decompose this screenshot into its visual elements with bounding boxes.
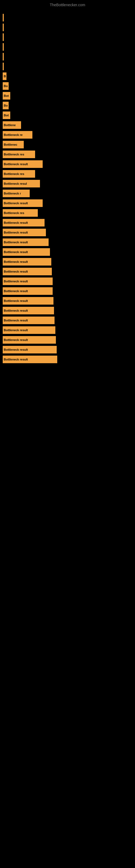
- bar-row: Bottleneck result: [3, 355, 132, 363]
- bar-label: Bottleneck result: [4, 319, 28, 322]
- bar-label: Bottleneck r: [4, 192, 21, 195]
- bar-label: Bottleneck res: [4, 172, 24, 176]
- bar-item: Bottleneck result: [3, 316, 54, 324]
- bar-row: Bottleneck res: [3, 170, 132, 178]
- bar-row: Bottleneck result: [3, 307, 132, 314]
- bar-label: Bottlenec: [4, 143, 17, 146]
- bar-row: Bottleneck result: [3, 258, 132, 266]
- bar-row: B: [3, 72, 132, 80]
- bar-row: Bottleneck res: [3, 151, 132, 158]
- bar-row: [3, 33, 132, 41]
- bar-row: Bottleneck result: [3, 248, 132, 256]
- bar-item: Bot: [3, 92, 10, 99]
- bar-label: Bottleneck result: [4, 202, 28, 205]
- bar-row: Bottleneck result: [3, 278, 132, 285]
- bar-label: Bottleneck resul: [4, 182, 27, 185]
- site-title-text: TheBottlenecker.com: [50, 3, 85, 7]
- bar-item: Bottleneck result: [3, 287, 53, 295]
- bar-item: [3, 63, 4, 70]
- bar-item: Bottleneck result: [3, 268, 52, 275]
- bar-row: Bottleneck res: [3, 209, 132, 217]
- bar-item: Bottlene: [3, 121, 21, 129]
- bar-row: Bottleneck result: [3, 336, 132, 344]
- bar-row: Bottleneck result: [3, 160, 132, 168]
- bar-row: Bottleneck result: [3, 287, 132, 295]
- bar-row: Bottleneck result: [3, 219, 132, 226]
- bar-row: Bottleneck result: [3, 199, 132, 207]
- bar-item: Bottleneck result: [3, 239, 49, 246]
- bar-item: Bottleneck result: [3, 160, 43, 168]
- bar-item: Bottleneck result: [3, 355, 57, 363]
- bar-row: [3, 24, 132, 31]
- bar-label: Bottleneck result: [4, 329, 28, 332]
- bar-item: Bottleneck result: [3, 229, 46, 236]
- bar-label: Bottleneck result: [4, 162, 28, 166]
- bar-row: Bottleneck resul: [3, 180, 132, 187]
- bar-label: Bottleneck result: [4, 280, 28, 283]
- site-title: TheBottlenecker.com: [0, 0, 135, 8]
- bar-item: Bottleneck result: [3, 219, 45, 226]
- bar-label: Bottleneck re: [4, 133, 23, 136]
- bar-item: Bottleneck result: [3, 199, 43, 207]
- bar-label: Bottleneck result: [4, 221, 28, 224]
- bar-item: Bottleneck result: [3, 307, 54, 314]
- bar-row: Bottleneck result: [3, 297, 132, 305]
- bar-row: Bot: [3, 112, 132, 119]
- bar-label: Bottleneck res: [4, 153, 24, 156]
- bar-row: [3, 53, 132, 61]
- bar-row: Bo: [3, 82, 132, 90]
- bar-row: Bottleneck result: [3, 346, 132, 353]
- bar-label: Bottleneck result: [4, 338, 28, 341]
- bar-label: B: [4, 74, 6, 78]
- bar-item: Bottleneck result: [3, 258, 51, 266]
- bar-label: Bottleneck result: [4, 358, 28, 361]
- bar-label: Bo: [4, 84, 8, 88]
- bar-label: Bottleneck result: [4, 241, 28, 244]
- bar-label: Bottleneck result: [4, 231, 28, 234]
- bar-item: Bottleneck re: [3, 131, 32, 138]
- bar-label: Bottleneck result: [4, 289, 28, 293]
- bar-item: Bottlenec: [3, 141, 24, 148]
- bar-item: [3, 14, 4, 22]
- bar-row: Bottleneck result: [3, 326, 132, 334]
- bar-item: Bot: [3, 112, 10, 119]
- bar-item: Bottleneck r: [3, 190, 30, 197]
- bar-label: Bottleneck result: [4, 270, 28, 273]
- bar-label: Bo: [4, 104, 8, 107]
- bar-item: Bottleneck res: [3, 151, 35, 158]
- bar-item: Bottleneck resul: [3, 180, 40, 187]
- bar-item: Bottleneck result: [3, 278, 53, 285]
- bar-label: Bottleneck result: [4, 309, 28, 312]
- bar-item: [3, 24, 4, 31]
- bar-label: Bottleneck result: [4, 299, 28, 303]
- bar-item: Bottleneck result: [3, 248, 50, 256]
- bar-row: Bottleneck re: [3, 131, 132, 138]
- bar-label: Bot: [4, 114, 9, 117]
- bar-label: Bottlene: [4, 123, 16, 127]
- bar-item: [3, 43, 4, 51]
- bar-row: [3, 63, 132, 70]
- bar-row: Bottleneck result: [3, 229, 132, 236]
- bar-row: Bottlenec: [3, 141, 132, 148]
- bar-label: Bottleneck res: [4, 211, 24, 215]
- bar-row: [3, 43, 132, 51]
- bar-row: Bottleneck result: [3, 268, 132, 275]
- bar-row: Bottlene: [3, 121, 132, 129]
- bar-row: [3, 14, 132, 22]
- bar-item: Bottleneck result: [3, 297, 53, 305]
- bars-container: BBoBotBoBotBottleneBottleneck reBottlene…: [0, 8, 135, 371]
- bar-row: Bottleneck result: [3, 316, 132, 324]
- bar-row: Bottleneck result: [3, 239, 132, 246]
- bar-item: Bottleneck result: [3, 336, 56, 344]
- bar-label: Bottleneck result: [4, 250, 28, 254]
- bar-label: Bot: [4, 94, 9, 97]
- bar-row: Bottleneck r: [3, 190, 132, 197]
- bar-item: Bottleneck res: [3, 170, 35, 178]
- bar-label: Bottleneck result: [4, 348, 28, 351]
- bar-item: Bo: [3, 82, 9, 90]
- bar-row: Bot: [3, 92, 132, 99]
- bar-item: Bottleneck result: [3, 326, 55, 334]
- bar-item: Bottleneck result: [3, 346, 57, 353]
- bar-label: Bottleneck result: [4, 260, 28, 264]
- bar-item: [3, 33, 4, 41]
